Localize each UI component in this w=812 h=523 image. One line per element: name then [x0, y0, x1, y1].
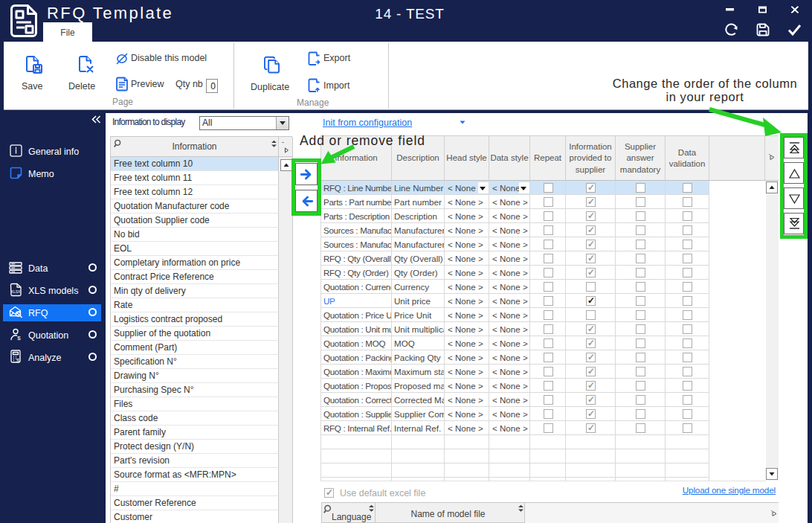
svg-text:XLSX: XLSX [11, 289, 21, 294]
svg-text:$: $ [17, 335, 21, 341]
